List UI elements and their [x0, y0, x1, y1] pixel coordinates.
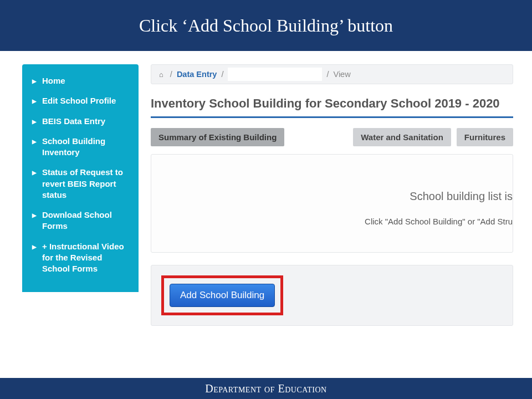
sidebar-item-status-request[interactable]: ▶ Status of Request to revert BEIS Repor… — [22, 162, 139, 205]
main-panel: ⌂ / Data Entry / / View Inventory School… — [151, 64, 513, 326]
sidebar-item-edit-school-profile[interactable]: ▶ Edit School Profile — [22, 91, 139, 111]
sidebar-item-label: Status of Request to revert BEIS Report … — [42, 167, 131, 201]
empty-list-message: School building list is — [410, 190, 513, 203]
breadcrumb-sep: / — [170, 70, 172, 79]
triangle-icon: ▶ — [32, 78, 37, 85]
sidebar-item-instructional-video[interactable]: ▶ + Instructional Video for the Revised … — [22, 237, 139, 279]
footer: Department of Education — [0, 378, 532, 399]
page-title: Inventory School Building for Secondary … — [151, 96, 513, 118]
sidebar-item-label: Edit School Profile — [42, 95, 131, 106]
action-bar: Add School Building — [151, 265, 513, 326]
breadcrumb-data-entry[interactable]: Data Entry — [177, 70, 217, 79]
breadcrumb-sep: / — [221, 70, 223, 79]
sidebar: ▶ Home ▶ Edit School Profile ▶ BEIS Data… — [22, 64, 139, 292]
instruction-banner: Click ‘Add School Building’ button — [0, 0, 532, 51]
sidebar-item-home[interactable]: ▶ Home — [22, 71, 139, 91]
breadcrumb-sep: / — [326, 70, 329, 79]
triangle-icon: ▶ — [32, 138, 37, 146]
home-icon[interactable]: ⌂ — [159, 70, 163, 79]
content-area: ▶ Home ▶ Edit School Profile ▶ BEIS Data… — [0, 51, 532, 378]
triangle-icon: ▶ — [32, 98, 37, 105]
triangle-icon: ▶ — [32, 169, 37, 177]
tab-spacer — [290, 128, 347, 146]
footer-label: Department of Education — [205, 382, 326, 395]
sidebar-item-label: Home — [42, 75, 131, 86]
add-school-building-button[interactable]: Add School Building — [170, 284, 275, 307]
tab-water-sanitation[interactable]: Water and Sanitation — [353, 128, 451, 146]
sidebar-item-label: Download School Forms — [42, 209, 131, 232]
breadcrumb: ⌂ / Data Entry / / View — [151, 64, 513, 84]
sidebar-item-beis-data-entry[interactable]: ▶ BEIS Data Entry — [22, 111, 139, 131]
triangle-icon: ▶ — [32, 243, 37, 251]
instruction-text: Click ‘Add School Building’ button — [139, 16, 393, 36]
breadcrumb-blank — [228, 68, 322, 81]
breadcrumb-view: View — [333, 70, 350, 79]
empty-list-hint: Click "Add School Building" or "Add Stru — [365, 217, 513, 226]
sidebar-item-label: School Building Inventory — [42, 136, 131, 158]
triangle-icon: ▶ — [32, 212, 37, 219]
tab-summary-existing-building[interactable]: Summary of Existing Building — [151, 128, 284, 146]
sidebar-item-download-forms[interactable]: ▶ Download School Forms — [22, 205, 139, 237]
highlight-annotation: Add School Building — [161, 275, 283, 315]
triangle-icon: ▶ — [32, 118, 37, 126]
tab-bar: Summary of Existing Building Water and S… — [151, 128, 513, 146]
sidebar-item-label: BEIS Data Entry — [42, 116, 131, 127]
sidebar-item-school-building-inventory[interactable]: ▶ School Building Inventory — [22, 131, 139, 163]
tab-furnitures[interactable]: Furnitures — [457, 128, 513, 146]
sidebar-item-label: + Instructional Video for the Revised Sc… — [42, 241, 131, 275]
content-panel: School building list is Click "Add Schoo… — [151, 154, 513, 253]
